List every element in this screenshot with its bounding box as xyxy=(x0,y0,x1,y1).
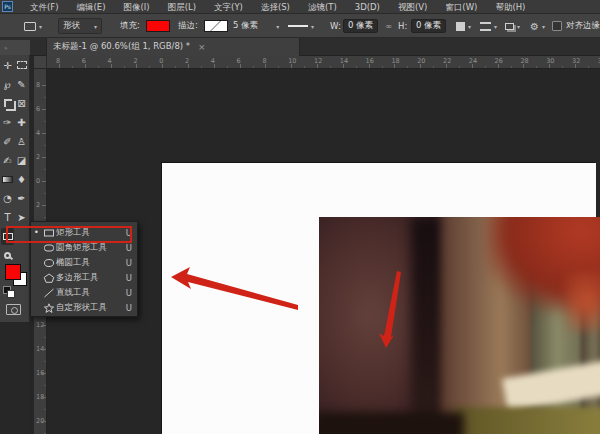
width-field[interactable]: 0 像素 xyxy=(343,14,378,38)
ruler-tick xyxy=(227,66,228,68)
tool-preset-picker[interactable]: ▾ xyxy=(24,14,42,38)
menu-edit[interactable]: 编辑(E) xyxy=(68,0,115,14)
marquee-icon xyxy=(17,61,27,69)
healing-brush-tool[interactable]: ✚ xyxy=(15,114,28,131)
ruler-tick xyxy=(549,64,550,68)
height-field[interactable]: 0 像素 xyxy=(411,14,446,38)
ruler-tick xyxy=(42,325,46,326)
quick-mask-icon[interactable] xyxy=(6,304,21,315)
panel-collapse-icon[interactable]: » xyxy=(0,40,30,55)
menu-file[interactable]: 文件(F) xyxy=(21,0,68,14)
dodge-tool[interactable]: ◔ xyxy=(1,190,14,207)
photo-layer-autumn-trees[interactable] xyxy=(319,217,600,434)
slice-tool[interactable]: ⊠ xyxy=(15,95,28,112)
ruler-tick xyxy=(44,145,46,146)
flyout-item-custom-shape[interactable]: 自定形状工具 U xyxy=(31,300,137,315)
stroke-width-value: 5 像素 xyxy=(233,20,258,32)
stroke-width-select[interactable]: 5 像素 ▾ xyxy=(233,14,279,38)
ruler-tick xyxy=(485,66,486,68)
flyout-item-polygon[interactable]: 多边形工具 U xyxy=(31,270,137,285)
ruler-number: 18 xyxy=(391,57,399,65)
line-icon xyxy=(41,288,56,298)
ruler-tick xyxy=(240,64,241,68)
crop-tool[interactable] xyxy=(1,95,14,112)
blur-tool[interactable]: ♦ xyxy=(15,171,28,188)
align-edges-option[interactable]: 对齐边缘 xyxy=(552,14,600,38)
fill-color-swatch[interactable] xyxy=(146,14,170,38)
lasso-tool[interactable]: ℘ xyxy=(1,76,14,93)
path-arrange-button[interactable]: ▾ xyxy=(505,14,520,38)
eyedropper-tool[interactable]: ✑ xyxy=(1,114,14,131)
ruler-tick xyxy=(44,169,46,170)
ruler-number: 2 xyxy=(36,153,40,161)
path-arrange-icon xyxy=(505,23,514,30)
ruler-tick xyxy=(42,421,46,422)
path-operations-button[interactable]: ▾ xyxy=(456,14,471,38)
flyout-label: 直线工具 xyxy=(56,287,126,299)
eraser-tool[interactable]: ◪ xyxy=(15,152,28,169)
marquee-tool[interactable] xyxy=(15,57,28,74)
flyout-label: 圆角矩形工具 xyxy=(56,242,126,254)
ruler-tick xyxy=(124,66,125,68)
tool-mode-value: 形状 xyxy=(63,20,80,32)
stroke-color-swatch[interactable] xyxy=(204,14,228,38)
menu-filter[interactable]: 滤镜(T) xyxy=(299,0,346,14)
photo-red-foliage-2 xyxy=(564,272,600,332)
type-tool[interactable]: T xyxy=(1,209,14,226)
flyout-item-line[interactable]: 直线工具 U xyxy=(31,285,137,300)
photo-dark-ground xyxy=(319,412,464,434)
brush-tool[interactable]: ✐ xyxy=(1,133,14,150)
menu-view[interactable]: 视图(V) xyxy=(389,0,436,14)
ruler-tick xyxy=(44,217,46,218)
menu-layer[interactable]: 图层(L) xyxy=(159,0,205,14)
width-value: 0 像素 xyxy=(343,19,378,33)
chevron-down-icon: ▾ xyxy=(494,23,497,30)
ruler-tick xyxy=(162,64,163,68)
polygon-icon xyxy=(41,273,56,283)
ruler-number: 24 xyxy=(469,57,477,65)
ellipse-icon xyxy=(41,258,56,268)
ruler-tick xyxy=(44,385,46,386)
quick-select-tool[interactable]: ✎ xyxy=(15,76,28,93)
zoom-tool[interactable] xyxy=(1,247,14,264)
photoshop-window: Ps 文件(F) 编辑(E) 图像(I) 图层(L) 文字(Y) 选择(S) 滤… xyxy=(0,0,600,434)
path-alignment-button[interactable]: ▾ xyxy=(480,14,497,38)
ruler-number: 26 xyxy=(495,57,503,65)
ruler-number: 30 xyxy=(546,57,554,65)
menu-help[interactable]: 帮助(H) xyxy=(486,0,534,14)
pen-tool[interactable]: ✒ xyxy=(15,190,28,207)
foreground-color-swatch[interactable] xyxy=(5,264,21,280)
menu-bar: Ps 文件(F) 编辑(E) 图像(I) 图层(L) 文字(Y) 选择(S) 滤… xyxy=(0,0,600,14)
flyout-item-ellipse[interactable]: 椭圆工具 U xyxy=(31,255,137,270)
path-select-tool[interactable]: ➤ xyxy=(15,209,28,226)
geometry-options-button[interactable]: ⚙ ▾ xyxy=(530,14,545,38)
ruler-number: 0 xyxy=(36,177,40,185)
ruler-number: 14 xyxy=(340,57,348,65)
default-colors-icon[interactable] xyxy=(3,286,11,294)
tool-options-bar: ▾ 形状 ▾ 填充: 描边: 5 像素 ▾ ▾ W: 0 像素 ∞ H: 0 像… xyxy=(0,14,600,38)
ruler-tick xyxy=(278,66,279,68)
document-tab[interactable]: 未标题-1 @ 60.6%(组 1, RGB/8) * × xyxy=(46,38,300,56)
menu-3d[interactable]: 3D(D) xyxy=(346,0,389,14)
document-tab-title: 未标题-1 @ 60.6%(组 1, RGB/8) * xyxy=(53,41,190,53)
ruler-number: 2 xyxy=(36,201,40,209)
flyout-shortcut: U xyxy=(126,243,132,253)
ruler-tick xyxy=(498,64,499,68)
move-tool[interactable]: ✛ xyxy=(1,57,14,74)
menu-select[interactable]: 选择(S) xyxy=(252,0,299,14)
menu-window[interactable]: 窗口(W) xyxy=(436,0,486,14)
ruler-tick xyxy=(42,133,46,134)
menu-image[interactable]: 图像(I) xyxy=(115,0,159,14)
close-icon[interactable]: × xyxy=(198,42,206,52)
tool-mode-select[interactable]: 形状 ▾ xyxy=(58,14,102,38)
clone-stamp-tool[interactable]: ♙ xyxy=(15,133,28,150)
link-dimensions-icon[interactable]: ∞ xyxy=(385,14,392,38)
menu-type[interactable]: 文字(Y) xyxy=(205,0,252,14)
history-brush-tool[interactable]: ✍ xyxy=(1,152,14,169)
stroke-white-swatch xyxy=(204,20,228,32)
flyout-label: 椭圆工具 xyxy=(56,257,126,269)
align-edges-checkbox[interactable] xyxy=(552,21,562,31)
gradient-tool[interactable] xyxy=(1,171,14,188)
stroke-style-select[interactable]: ▾ xyxy=(288,14,314,38)
ruler-tick xyxy=(98,66,99,68)
